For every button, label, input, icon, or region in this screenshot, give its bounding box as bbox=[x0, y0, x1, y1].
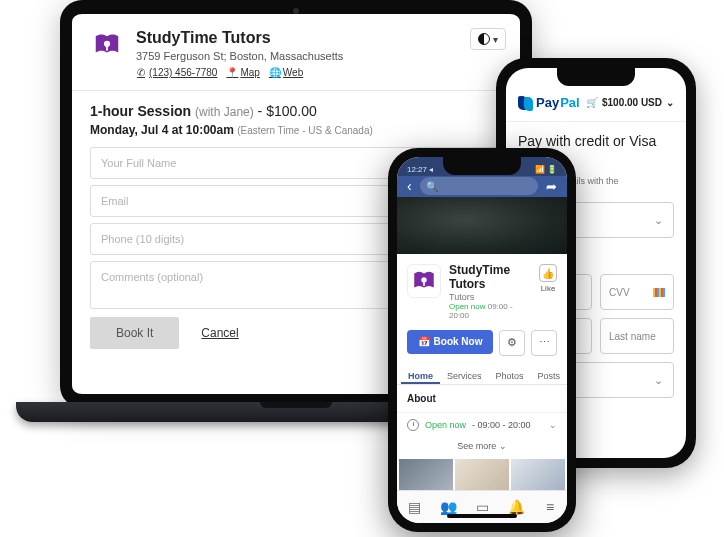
cover-photo[interactable] bbox=[397, 197, 567, 254]
status-time: 12:27 ◂ bbox=[407, 165, 433, 174]
chevron-down-icon: ▾ bbox=[493, 34, 498, 45]
search-input[interactable]: 🔍 bbox=[420, 177, 538, 195]
session-datetime: Monday, Jul 4 at 10:00am (Eastern Time -… bbox=[90, 123, 502, 137]
see-more-link[interactable]: See more ⌄ bbox=[397, 437, 567, 459]
fb-top-bar: ‹ 🔍 ➦ bbox=[397, 176, 567, 197]
session-date-text: Monday, Jul 4 at 10:00am bbox=[90, 123, 234, 137]
contrast-toggle[interactable]: ▾ bbox=[470, 28, 506, 50]
about-open-label: Open now bbox=[425, 420, 466, 430]
page-header: StudyTime Tutors Tutors Open now 09:00 -… bbox=[397, 254, 567, 330]
open-hours: Open now 09:00 - 20:00 bbox=[449, 302, 531, 320]
nav-menu[interactable]: ≡ bbox=[539, 496, 561, 518]
chevron-down-icon: ⌄ bbox=[666, 97, 674, 108]
see-more-text: See more bbox=[457, 441, 496, 451]
phone-icon: ✆ bbox=[136, 68, 146, 78]
back-button[interactable]: ‹ bbox=[407, 178, 412, 194]
tab-posts[interactable]: Posts bbox=[531, 364, 567, 384]
chevron-down-icon: ⌄ bbox=[654, 374, 663, 387]
home-indicator bbox=[447, 514, 517, 518]
book-now-label: Book Now bbox=[434, 336, 483, 347]
page-category: Tutors bbox=[449, 292, 531, 302]
book-now-button[interactable]: 📅 Book Now bbox=[407, 330, 493, 354]
chevron-down-icon: ⌄ bbox=[549, 420, 557, 430]
session-price: $100.00 bbox=[266, 103, 317, 119]
dots-icon: ⋯ bbox=[539, 336, 550, 349]
map-link[interactable]: 📍 Map bbox=[227, 67, 259, 78]
web-text: Web bbox=[283, 67, 303, 78]
svg-rect-1 bbox=[106, 45, 108, 51]
chevron-down-icon: ⌄ bbox=[654, 214, 663, 227]
session-line: 1-hour Session (with Jane) - $100.00 bbox=[90, 103, 502, 119]
about-hours-row[interactable]: Open now - 09:00 - 20:00 ⌄ bbox=[397, 413, 567, 437]
paypal-word-pay: Pay bbox=[536, 95, 559, 110]
business-name: StudyTime Tutors bbox=[136, 28, 343, 47]
paypal-p-icon-light bbox=[524, 97, 533, 111]
tab-home[interactable]: Home bbox=[401, 364, 440, 384]
business-address: 3759 Ferguson St; Boston, Massachusetts bbox=[136, 50, 343, 62]
photo-thumb[interactable] bbox=[455, 459, 509, 491]
tab-photos[interactable]: Photos bbox=[489, 364, 531, 384]
gear-icon: ⚙ bbox=[507, 336, 517, 349]
phone-facebook: 12:27 ◂ 📶 🔋 ‹ 🔍 ➦ StudyTime Tutors Tutor… bbox=[388, 148, 576, 532]
page-avatar[interactable] bbox=[407, 264, 441, 298]
phone-text: (123) 456-7780 bbox=[149, 67, 217, 78]
globe-icon: 🌐 bbox=[270, 68, 280, 78]
cart-summary[interactable]: 🛒 $100.00 USD ⌄ bbox=[586, 97, 674, 108]
session-with: (with Jane) bbox=[195, 105, 254, 119]
settings-chip[interactable]: ⚙ bbox=[499, 330, 525, 356]
cvv-label: CVV bbox=[609, 287, 630, 298]
cancel-link[interactable]: Cancel bbox=[201, 326, 238, 340]
bottom-nav: ▤ 👥 ▭ 🔔 ≡ bbox=[397, 490, 567, 523]
like-button[interactable]: 👍 Like bbox=[539, 264, 557, 293]
paypal-word-pal: Pal bbox=[560, 95, 580, 110]
about-hours-value: - 09:00 - 20:00 bbox=[472, 420, 531, 430]
phone-notch bbox=[443, 157, 521, 175]
tab-services[interactable]: Services bbox=[440, 364, 489, 384]
like-label: Like bbox=[541, 284, 556, 293]
session-sep: - bbox=[258, 103, 267, 119]
search-icon: 🔍 bbox=[426, 181, 438, 192]
booking-header: StudyTime Tutors 3759 Ferguson St; Bosto… bbox=[72, 14, 520, 91]
phone-link[interactable]: ✆ (123) 456-7780 bbox=[136, 67, 217, 78]
last-name-label: Last name bbox=[609, 331, 656, 342]
cart-amount: $100.00 USD bbox=[602, 97, 662, 108]
nav-feed[interactable]: ▤ bbox=[403, 496, 425, 518]
map-text: Map bbox=[240, 67, 259, 78]
session-title: 1-hour Session bbox=[90, 103, 191, 119]
cvv-card-icon bbox=[653, 288, 665, 297]
contrast-icon bbox=[478, 33, 490, 45]
phone-notch bbox=[557, 68, 635, 86]
chevron-down-icon: ⌄ bbox=[499, 441, 507, 451]
web-link[interactable]: 🌐 Web bbox=[270, 67, 303, 78]
calendar-icon: 📅 bbox=[418, 336, 430, 347]
about-heading: About bbox=[397, 385, 567, 413]
pin-icon: 📍 bbox=[227, 68, 237, 78]
page-tabs: Home Services Photos Posts Communi bbox=[397, 364, 567, 385]
book-it-button[interactable]: Book It bbox=[90, 317, 179, 349]
last-name-input[interactable]: Last name bbox=[600, 318, 674, 354]
svg-rect-3 bbox=[423, 281, 425, 286]
photo-thumb[interactable] bbox=[399, 459, 453, 491]
clock-icon bbox=[407, 419, 419, 431]
laptop-hinge-notch bbox=[260, 402, 332, 408]
cart-icon: 🛒 bbox=[586, 97, 598, 108]
thumb-icon: 👍 bbox=[539, 264, 557, 282]
page-name: StudyTime Tutors bbox=[449, 264, 531, 292]
business-logo bbox=[90, 28, 124, 62]
share-button[interactable]: ➦ bbox=[546, 179, 557, 194]
status-icons: 📶 🔋 bbox=[535, 165, 557, 174]
photo-strip bbox=[397, 459, 567, 491]
paypal-logo: PayPal bbox=[518, 94, 580, 111]
photo-thumb[interactable] bbox=[511, 459, 565, 491]
open-now-label: Open now bbox=[449, 302, 485, 311]
cvv-input[interactable]: CVV bbox=[600, 274, 674, 310]
session-tz: (Eastern Time - US & Canada) bbox=[237, 125, 373, 136]
more-chip[interactable]: ⋯ bbox=[531, 330, 557, 356]
